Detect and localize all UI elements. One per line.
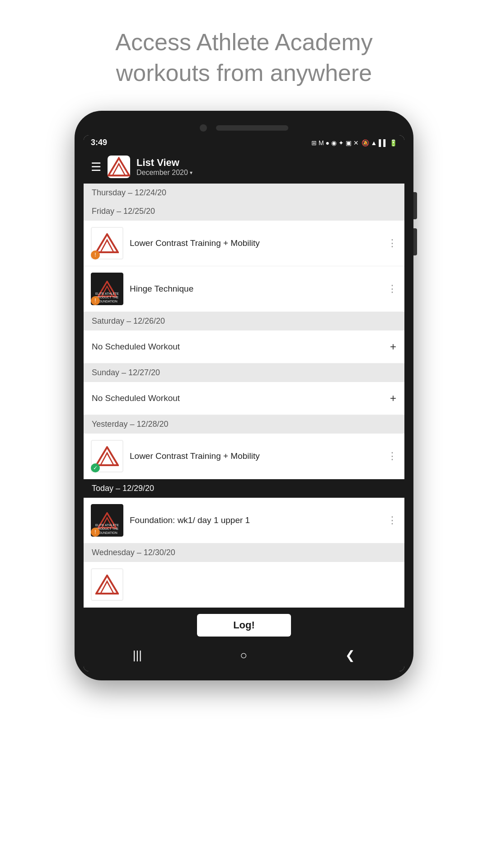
workout-list: Thursday – 12/24/20Friday – 12/25/20 !Lo… bbox=[84, 184, 404, 608]
more-options-icon[interactable]: ⋮ bbox=[387, 450, 397, 462]
workout-thumbnail: ! bbox=[91, 227, 123, 259]
notification-icons: ⊞ M ● ◉ ✦ ▣ ✕ bbox=[311, 139, 358, 146]
front-camera bbox=[200, 124, 207, 132]
dropdown-arrow-icon[interactable]: ▾ bbox=[190, 170, 192, 176]
success-badge: ✓ bbox=[91, 463, 100, 472]
phone-screen: 3:49 ⊞ M ● ◉ ✦ ▣ ✕ 🔕 ▲ ▌▌ 🔋 ☰ Li bbox=[84, 135, 404, 671]
day-header: Wednesday – 12/30/20 bbox=[84, 543, 404, 562]
workout-item[interactable]: ELITE ATHLETE PRODUCT THE FOUNDATION!Hin… bbox=[84, 266, 404, 312]
workout-thumbnail bbox=[91, 568, 123, 601]
workout-item[interactable] bbox=[84, 562, 404, 608]
day-header: Friday – 12/25/20 bbox=[84, 202, 404, 221]
log-button[interactable]: Log! bbox=[197, 614, 291, 637]
no-workout-label: No Scheduled Workout bbox=[92, 342, 180, 352]
no-workout-label: No Scheduled Workout bbox=[92, 393, 180, 403]
warning-badge: ! bbox=[91, 250, 100, 259]
phone-frame: 3:49 ⊞ M ● ◉ ✦ ▣ ✕ 🔕 ▲ ▌▌ 🔋 ☰ Li bbox=[75, 111, 413, 680]
workout-name: Lower Contrast Training + Mobility bbox=[130, 238, 260, 248]
workout-thumbnail: ELITE ATHLETE PRODUCT THE FOUNDATION! bbox=[91, 273, 123, 305]
day-header: Thursday – 12/24/20 bbox=[84, 184, 404, 202]
workout-item[interactable]: ELITE ATHLETE PRODUCT THE FOUNDATION!Fou… bbox=[84, 498, 404, 543]
more-options-icon[interactable]: ⋮ bbox=[387, 237, 397, 249]
workout-info: Hinge Technique bbox=[130, 284, 381, 294]
side-button-mid bbox=[413, 228, 417, 255]
workout-thumbnail: ✓ bbox=[91, 440, 123, 472]
no-workout-row[interactable]: No Scheduled Workout+ bbox=[84, 330, 404, 363]
warning-badge: ! bbox=[91, 296, 100, 305]
warning-badge: ! bbox=[91, 528, 100, 537]
day-header: Sunday – 12/27/20 bbox=[84, 363, 404, 382]
bottom-nav: ||| ○ ❮ bbox=[84, 643, 404, 671]
workout-name: Hinge Technique bbox=[130, 284, 193, 293]
more-options-icon[interactable]: ⋮ bbox=[387, 514, 397, 526]
add-workout-button[interactable]: + bbox=[390, 392, 396, 405]
speaker-grille bbox=[216, 125, 288, 131]
no-workout-row[interactable]: No Scheduled Workout+ bbox=[84, 382, 404, 415]
status-bar: 3:49 ⊞ M ● ◉ ✦ ▣ ✕ 🔕 ▲ ▌▌ 🔋 bbox=[84, 135, 404, 150]
workout-item[interactable]: ✓Lower Contrast Training + Mobility⋮ bbox=[84, 434, 404, 479]
workout-item[interactable]: !Lower Contrast Training + Mobility⋮ bbox=[84, 221, 404, 266]
nav-back-icon[interactable]: ❮ bbox=[345, 648, 355, 662]
workout-info: Lower Contrast Training + Mobility bbox=[130, 451, 381, 461]
more-options-icon[interactable]: ⋮ bbox=[387, 283, 397, 295]
workout-name: Foundation: wk1/ day 1 upper 1 bbox=[130, 515, 250, 525]
nav-menu-icon[interactable]: ||| bbox=[133, 648, 142, 662]
workout-name: Lower Contrast Training + Mobility bbox=[130, 451, 260, 461]
workout-info: Lower Contrast Training + Mobility bbox=[130, 238, 381, 248]
phone-notch bbox=[84, 120, 404, 135]
app-header: ☰ List View December 2020 ▾ bbox=[84, 150, 404, 184]
day-header: Saturday – 12/26/20 bbox=[84, 312, 404, 330]
app-logo bbox=[108, 156, 130, 178]
workout-thumbnail: ELITE ATHLETE PRODUCT THE FOUNDATION! bbox=[91, 504, 123, 537]
side-button-top bbox=[413, 192, 417, 219]
nav-home-icon[interactable]: ○ bbox=[240, 648, 247, 662]
workout-info: Foundation: wk1/ day 1 upper 1 bbox=[130, 515, 381, 525]
day-header: Yesterday – 12/28/20 bbox=[84, 415, 404, 434]
status-time: 3:49 bbox=[91, 138, 107, 147]
promo-heading: Access Athlete Academy workouts from any… bbox=[79, 0, 408, 111]
status-icons: ⊞ M ● ◉ ✦ ▣ ✕ 🔕 ▲ ▌▌ 🔋 bbox=[311, 139, 397, 146]
header-subtitle: December 2020 ▾ bbox=[136, 169, 397, 177]
hamburger-menu[interactable]: ☰ bbox=[91, 160, 101, 174]
add-workout-button[interactable]: + bbox=[390, 340, 396, 353]
connectivity-icons: 🔕 ▲ ▌▌ 🔋 bbox=[361, 139, 397, 146]
log-bar: Log! bbox=[84, 608, 404, 643]
header-title: List View bbox=[136, 157, 397, 169]
day-header: Today – 12/29/20 bbox=[84, 479, 404, 498]
header-text: List View December 2020 ▾ bbox=[136, 157, 397, 177]
